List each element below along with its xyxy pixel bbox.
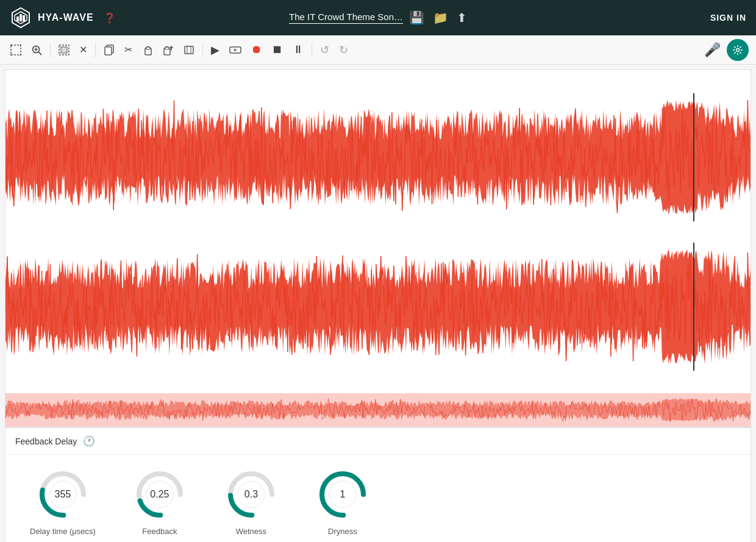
waveform-track-2[interactable] <box>5 243 751 371</box>
waveform-canvas-2 <box>5 243 751 371</box>
svg-rect-3 <box>16 16 19 21</box>
knob-wetness-wrapper[interactable]: 0.3 <box>224 467 279 522</box>
svg-line-36 <box>734 46 735 48</box>
svg-rect-20 <box>147 46 149 48</box>
mini-waveform[interactable] <box>5 393 751 427</box>
divider-2 <box>95 43 96 57</box>
knob-dryness-wrapper[interactable]: 1 <box>315 467 370 522</box>
header-center: The IT Crowd Theme Son… 💾 📁 ⬆ <box>289 10 467 25</box>
folder-icon[interactable]: 📁 <box>433 10 448 25</box>
mini-waveform-canvas <box>5 393 751 427</box>
svg-rect-2 <box>20 14 22 21</box>
sign-in-button[interactable]: SIGN IN <box>710 13 746 23</box>
header-actions: 💾 📁 ⬆ <box>409 10 467 25</box>
redo-btn[interactable]: ↻ <box>336 41 351 59</box>
app-header: HYA-WAVE ❓ The IT Crowd Theme Son… 💾 📁 ⬆… <box>0 0 756 35</box>
song-title: The IT Crowd Theme Son… <box>289 12 403 24</box>
knob-dryness-label: Dryness <box>328 527 357 536</box>
playback-cursor-2 <box>693 243 694 371</box>
waveform-container[interactable] <box>5 70 751 427</box>
waveform-track-1[interactable] <box>5 93 751 221</box>
knob-wetness-value: 0.3 <box>244 489 258 500</box>
select-rect-tool[interactable] <box>7 42 24 58</box>
zoom-tool[interactable] <box>28 42 45 58</box>
effects-title: Feedback Delay <box>15 437 77 446</box>
knob-feedback-wrapper[interactable]: 0.25 <box>132 467 187 522</box>
svg-line-37 <box>740 52 741 53</box>
divider-4 <box>312 43 312 57</box>
svg-point-9 <box>20 54 22 55</box>
waveform-main <box>5 70 751 393</box>
knob-feedback-label: Feedback <box>142 527 177 536</box>
svg-rect-4 <box>23 15 25 21</box>
logo-text: HYA-WAVE <box>38 12 94 23</box>
svg-rect-5 <box>11 45 21 55</box>
svg-rect-17 <box>105 47 112 55</box>
record-btn[interactable]: ⏺ <box>248 41 265 59</box>
mic-icon[interactable]: 🎤 <box>704 42 721 58</box>
svg-line-11 <box>39 52 42 55</box>
header-right: SIGN IN <box>710 13 746 23</box>
undo-btn[interactable]: ↺ <box>317 41 332 59</box>
clock-icon: 🕐 <box>83 435 95 447</box>
divider-3 <box>202 43 203 57</box>
svg-point-31 <box>736 48 740 51</box>
svg-rect-15 <box>61 47 67 53</box>
logo-icon <box>10 7 32 29</box>
knob-feedback: 0.25 Feedback <box>132 467 187 536</box>
select-all-tool[interactable] <box>55 42 73 58</box>
knob-wetness-label: Wetness <box>236 527 266 536</box>
deselect-tool[interactable]: ✕ <box>76 41 90 58</box>
knob-wetness: 0.3 Wetness <box>224 467 279 536</box>
stop-btn[interactable]: ⏹ <box>269 41 286 59</box>
play-looped-btn[interactable] <box>226 42 244 58</box>
logo-area: HYA-WAVE ❓ <box>10 7 116 29</box>
svg-rect-23 <box>166 46 168 48</box>
knob-delay-time-wrapper[interactable]: 355 <box>35 467 90 522</box>
pause-btn[interactable]: ⏸ <box>290 41 307 59</box>
knob-delay-time-label: Delay time (μsecs) <box>30 527 96 536</box>
paste-special-tool[interactable] <box>160 42 177 58</box>
knob-delay-time-value: 355 <box>55 489 71 500</box>
svg-marker-30 <box>234 49 237 51</box>
toolbar: ✕ ✂ ▶ ⏺ ⏹ ⏸ ↺ ↻ 🎤 <box>0 35 756 65</box>
svg-line-38 <box>740 46 741 48</box>
svg-point-8 <box>10 54 12 55</box>
help-icon[interactable]: ❓ <box>104 12 116 24</box>
waveform-canvas-1 <box>5 93 751 221</box>
save-icon[interactable]: 💾 <box>409 10 424 25</box>
knob-dryness: 1 Dryness <box>315 467 370 536</box>
svg-line-39 <box>734 52 735 53</box>
playback-cursor-1 <box>693 93 694 221</box>
trim-tool[interactable] <box>180 42 198 58</box>
svg-rect-26 <box>185 46 193 54</box>
svg-point-6 <box>10 45 12 46</box>
toolbar-right: 🎤 <box>704 39 749 61</box>
knob-feedback-value: 0.25 <box>150 489 169 500</box>
knob-dryness-value: 1 <box>340 489 345 500</box>
svg-point-7 <box>20 45 22 46</box>
play-btn[interactable]: ▶ <box>208 41 223 59</box>
knob-delay-time: 355 Delay time (μsecs) <box>30 467 96 536</box>
effects-header: Feedback Delay 🕐 <box>5 428 751 455</box>
settings-button[interactable] <box>727 39 749 61</box>
copy-tool[interactable] <box>101 42 118 58</box>
divider-1 <box>50 43 51 57</box>
paste-tool[interactable] <box>139 42 156 58</box>
share-icon[interactable]: ⬆ <box>457 10 467 25</box>
effects-body: 355 Delay time (μsecs) 0.25 Feedback <box>5 455 751 542</box>
cut-tool[interactable]: ✂ <box>121 41 135 58</box>
effects-panel: Feedback Delay 🕐 355 Delay time (μsecs) <box>5 427 751 542</box>
